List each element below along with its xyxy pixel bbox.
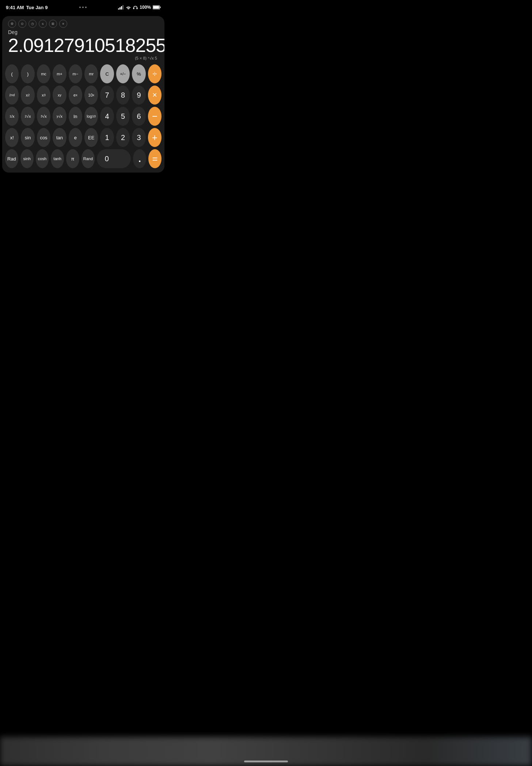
button-row-5: Rad sinh cosh tanh π Rand 0 . = [5, 149, 162, 168]
btn-ysqrtx[interactable]: y√x [53, 107, 66, 126]
display-area: ⚙ ⊙ ◷ S ⊞ ≡ Deg 2.09127910518255 (5 × 8)… [2, 16, 164, 62]
status-bar: 9:41 AM Tue Jan 9 100% [0, 0, 167, 13]
deg-mode[interactable]: Deg [8, 29, 159, 35]
status-center-dots [79, 7, 87, 8]
btn-clear[interactable]: C [100, 64, 114, 83]
calculator: ⚙ ⊙ ◷ S ⊞ ≡ Deg 2.09127910518255 (5 × 8)… [2, 16, 164, 173]
clock-icon[interactable]: ◷ [28, 20, 37, 28]
headphones-icon [133, 5, 138, 10]
btn-rand[interactable]: Rand [81, 149, 95, 168]
svg-rect-9 [153, 6, 159, 9]
svg-point-4 [128, 9, 129, 10]
btn-2[interactable]: 2 [116, 128, 130, 147]
status-time: 9:41 AM [6, 5, 24, 10]
btn-4[interactable]: 4 [100, 107, 114, 126]
btn-close-paren[interactable]: ) [21, 64, 34, 83]
btn-5[interactable]: 5 [116, 107, 130, 126]
button-row-1: ( ) mc m+ m− mr C +/− % ÷ [5, 64, 162, 83]
btn-10x[interactable]: 10x [84, 86, 98, 105]
btn-tan[interactable]: tan [53, 128, 66, 147]
button-row-2: 2nd x2 x3 xy ex 10x 7 8 9 × [5, 86, 162, 105]
btn-x2[interactable]: x2 [21, 86, 34, 105]
btn-log10[interactable]: log10 [84, 107, 98, 126]
display-annotation: (5 × 8) ˣ√x 5 [8, 56, 159, 61]
btn-3sqrtx[interactable]: 3√x [37, 107, 50, 126]
status-date: Tue Jan 9 [26, 5, 48, 10]
btn-0[interactable]: 0 [97, 149, 131, 168]
black-area [0, 197, 167, 490]
gear-icon[interactable]: ⚙ [8, 20, 16, 28]
button-row-4: x! sin cos tan e EE 1 2 3 + [5, 128, 162, 147]
btn-mc[interactable]: mc [37, 64, 50, 83]
wifi-icon [126, 5, 131, 10]
btn-equals[interactable]: = [148, 149, 162, 168]
btn-sinh[interactable]: sinh [20, 149, 34, 168]
btn-factorial[interactable]: x! [5, 128, 19, 147]
svg-rect-3 [122, 5, 123, 10]
btn-cosh[interactable]: cosh [36, 149, 49, 168]
btn-ln[interactable]: ln [69, 107, 82, 126]
svg-rect-8 [160, 7, 161, 8]
btn-mplus[interactable]: m+ [53, 64, 66, 83]
btn-9[interactable]: 9 [132, 86, 145, 105]
btn-plus[interactable]: + [148, 128, 162, 147]
btn-xy[interactable]: xy [53, 86, 66, 105]
btn-multiply[interactable]: × [148, 86, 162, 105]
lines-icon[interactable]: ≡ [59, 20, 67, 28]
btn-mr[interactable]: mr [84, 64, 98, 83]
btn-plusminus[interactable]: +/− [116, 64, 130, 83]
btn-6[interactable]: 6 [132, 107, 145, 126]
btn-1overx[interactable]: 1/x [5, 107, 19, 126]
btn-ee[interactable]: EE [84, 128, 98, 147]
btn-7[interactable]: 7 [100, 86, 114, 105]
status-right: 100% [118, 5, 161, 10]
spacer [0, 176, 167, 197]
btn-sin[interactable]: sin [21, 128, 34, 147]
svg-rect-1 [119, 7, 121, 10]
btn-divide[interactable]: ÷ [148, 64, 162, 83]
battery-percent: 100% [140, 5, 151, 10]
bottom-blur-bar [0, 737, 167, 766]
btn-cos[interactable]: cos [37, 128, 50, 147]
svg-rect-2 [121, 6, 122, 10]
btn-decimal[interactable]: . [133, 149, 146, 168]
btn-3[interactable]: 3 [132, 128, 145, 147]
svg-rect-5 [133, 8, 134, 9]
btn-e[interactable]: e [69, 128, 82, 147]
btn-8[interactable]: 8 [116, 86, 130, 105]
grid-icon[interactable]: ⊞ [49, 20, 57, 28]
btn-pi[interactable]: π [66, 149, 79, 168]
btn-2nd[interactable]: 2nd [5, 86, 19, 105]
battery-icon [153, 5, 161, 10]
btn-open-paren[interactable]: ( [5, 64, 19, 83]
button-grid: ( ) mc m+ m− mr C +/− % ÷ 2nd x2 x3 xy e… [2, 62, 164, 173]
btn-2sqrtx[interactable]: 2√x [21, 107, 34, 126]
signal-icon [118, 5, 124, 10]
btn-1[interactable]: 1 [100, 128, 114, 147]
btn-mminus[interactable]: m− [69, 64, 82, 83]
display-value: 2.09127910518255 [8, 35, 159, 56]
btn-ex[interactable]: ex [69, 86, 82, 105]
button-row-3: 1/x 2√x 3√x y√x ln log10 4 5 6 − [5, 107, 162, 126]
circle-option-icon[interactable]: ⊙ [18, 20, 26, 28]
s-icon[interactable]: S [39, 20, 47, 28]
btn-percent[interactable]: % [132, 64, 145, 83]
btn-rad[interactable]: Rad [5, 149, 18, 168]
display-icons: ⚙ ⊙ ◷ S ⊞ ≡ [8, 20, 159, 28]
btn-x3[interactable]: x3 [37, 86, 50, 105]
svg-rect-0 [118, 8, 119, 10]
btn-minus[interactable]: − [148, 107, 162, 126]
btn-tanh[interactable]: tanh [51, 149, 64, 168]
svg-rect-6 [137, 8, 138, 9]
